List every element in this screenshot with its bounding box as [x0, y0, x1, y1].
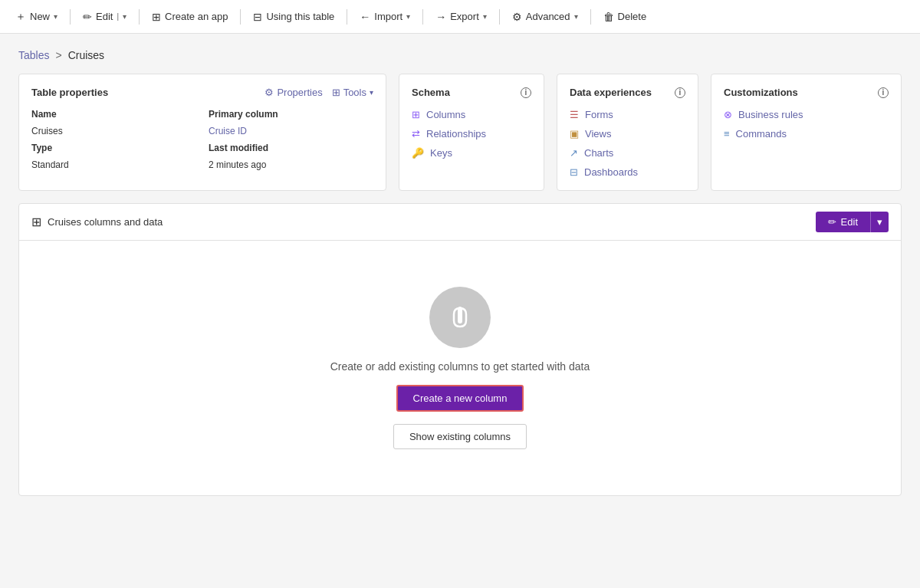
forms-icon: ☰	[570, 109, 579, 120]
plus-icon: ＋	[15, 10, 26, 24]
business-rules-icon: ⊗	[724, 109, 732, 120]
advanced-icon: ⚙	[512, 11, 522, 23]
delete-icon: 🗑	[603, 11, 614, 23]
using-this-table-button[interactable]: ⊟ Using this table	[247, 7, 340, 27]
table-props-grid: Name Primary column Cruises Cruise ID Ty…	[31, 109, 373, 170]
data-panel-title-group: ⊞ Cruises columns and data	[31, 215, 163, 229]
export-chevron-icon: ▾	[483, 12, 487, 21]
name-value: Cruises	[31, 126, 196, 136]
breadcrumb-current-page: Cruises	[68, 49, 104, 61]
schema-title: Schema	[412, 87, 450, 98]
empty-state-message: Create or add existing columns to get st…	[330, 360, 590, 373]
data-edit-button[interactable]: ✏ Edit	[816, 212, 870, 232]
commands-link[interactable]: ≡ Commands	[724, 128, 889, 140]
advanced-chevron-icon: ▾	[574, 12, 578, 21]
keys-link[interactable]: 🔑 Keys	[412, 147, 531, 159]
views-icon: ▣	[570, 128, 579, 140]
toolbar-divider-5	[422, 9, 423, 25]
tools-action[interactable]: ⊞ Tools ▾	[332, 87, 373, 98]
export-button[interactable]: → Export ▾	[429, 7, 493, 27]
paperclip-icon	[446, 304, 474, 331]
toolbar-divider-7	[590, 9, 591, 25]
table-properties-title: Table properties	[31, 87, 108, 98]
table-properties-card: Table properties ⚙ Properties ⊞ Tools ▾ …	[18, 74, 386, 191]
toolbar-divider-3	[240, 9, 241, 25]
relationships-icon: ⇄	[412, 128, 420, 140]
new-chevron-icon: ▾	[54, 12, 58, 21]
data-edit-icon: ✏	[828, 216, 836, 228]
empty-state: Create or add existing columns to get st…	[19, 241, 901, 495]
data-panel-title: Cruises columns and data	[48, 216, 163, 228]
data-experiences-title: Data experiences	[570, 87, 652, 98]
main-content: Tables > Cruises Table properties ⚙ Prop…	[0, 34, 920, 588]
schema-card: Schema i ⊞ Columns ⇄ Relationships 🔑 Key…	[399, 74, 544, 191]
import-icon: ←	[360, 11, 370, 23]
name-label: Name	[31, 109, 196, 120]
new-button[interactable]: ＋ New ▾	[9, 6, 64, 28]
dashboards-icon: ⊟	[570, 166, 578, 178]
properties-action[interactable]: ⚙ Properties	[264, 87, 322, 98]
empty-state-icon-circle	[429, 287, 491, 348]
create-app-button[interactable]: ⊞ Create an app	[146, 7, 234, 27]
charts-link[interactable]: ↗ Charts	[570, 147, 685, 159]
last-modified-label: Last modified	[209, 143, 373, 153]
toolbar-divider-4	[347, 9, 347, 25]
data-edit-chevron-icon: ▾	[877, 216, 882, 228]
type-label: Type	[31, 143, 196, 153]
data-panel-header: ⊞ Cruises columns and data ✏ Edit ▾	[19, 204, 901, 241]
import-button[interactable]: ← Import ▾	[353, 7, 416, 27]
charts-icon: ↗	[570, 147, 578, 159]
dashboards-link[interactable]: ⊟ Dashboards	[570, 166, 685, 178]
type-value: Standard	[31, 159, 196, 170]
data-edit-dropdown-button[interactable]: ▾	[870, 212, 889, 232]
data-experiences-header: Data experiences i	[570, 87, 685, 98]
edit-dropdown-icon: ▾	[123, 12, 127, 21]
customizations-title: Customizations	[724, 87, 798, 98]
columns-icon: ⊞	[412, 109, 420, 120]
tools-chevron-icon: ▾	[370, 88, 373, 97]
views-link[interactable]: ▣ Views	[570, 128, 685, 140]
toolbar: ＋ New ▾ ✏ Edit | ▾ ⊞ Create an app ⊟ Usi…	[0, 0, 920, 34]
columns-link[interactable]: ⊞ Columns	[412, 109, 531, 120]
data-panel-table-icon: ⊞	[31, 215, 41, 229]
edit-chevron-icon: |	[117, 12, 119, 21]
keys-icon: 🔑	[412, 147, 424, 159]
forms-link[interactable]: ☰ Forms	[570, 109, 685, 120]
schema-header: Schema i	[412, 87, 531, 98]
import-chevron-icon: ▾	[406, 12, 410, 21]
tools-icon: ⊞	[332, 87, 340, 98]
using-table-icon: ⊟	[253, 11, 262, 23]
customizations-info-icon[interactable]: i	[878, 87, 889, 98]
data-panel: ⊞ Cruises columns and data ✏ Edit ▾	[18, 203, 902, 496]
primary-column-label: Primary column	[209, 109, 373, 120]
advanced-button[interactable]: ⚙ Advanced ▾	[506, 7, 584, 27]
breadcrumb-tables-link[interactable]: Tables	[18, 49, 49, 61]
create-new-column-button[interactable]: Create a new column	[396, 385, 524, 412]
table-properties-actions: ⚙ Properties ⊞ Tools ▾	[264, 87, 373, 98]
commands-icon: ≡	[724, 128, 730, 140]
cards-row: Table properties ⚙ Properties ⊞ Tools ▾ …	[18, 74, 902, 191]
delete-button[interactable]: 🗑 Delete	[597, 7, 653, 27]
edit-button[interactable]: ✏ Edit | ▾	[77, 7, 133, 27]
primary-column-value[interactable]: Cruise ID	[209, 126, 373, 136]
create-app-icon: ⊞	[152, 11, 161, 23]
toolbar-divider-6	[499, 9, 500, 25]
schema-links: ⊞ Columns ⇄ Relationships 🔑 Keys	[412, 109, 531, 159]
toolbar-divider-2	[139, 9, 140, 25]
relationships-link[interactable]: ⇄ Relationships	[412, 128, 531, 140]
show-existing-columns-button[interactable]: Show existing columns	[393, 424, 527, 449]
export-icon: →	[435, 11, 446, 23]
customizations-header: Customizations i	[724, 87, 889, 98]
data-experiences-card: Data experiences i ☰ Forms ▣ Views ↗ Cha…	[557, 74, 698, 191]
breadcrumb: Tables > Cruises	[18, 49, 902, 61]
data-experiences-info-icon[interactable]: i	[675, 87, 685, 98]
data-experiences-links: ☰ Forms ▣ Views ↗ Charts ⊟ Dashboards	[570, 109, 685, 178]
edit-btn-group: ✏ Edit ▾	[816, 212, 889, 232]
business-rules-link[interactable]: ⊗ Business rules	[724, 109, 889, 120]
last-modified-value: 2 minutes ago	[209, 159, 373, 170]
properties-icon: ⚙	[264, 87, 274, 98]
schema-info-icon[interactable]: i	[521, 87, 531, 98]
customizations-links: ⊗ Business rules ≡ Commands	[724, 109, 889, 140]
table-properties-header: Table properties ⚙ Properties ⊞ Tools ▾	[31, 87, 373, 98]
breadcrumb-separator: >	[55, 49, 61, 61]
